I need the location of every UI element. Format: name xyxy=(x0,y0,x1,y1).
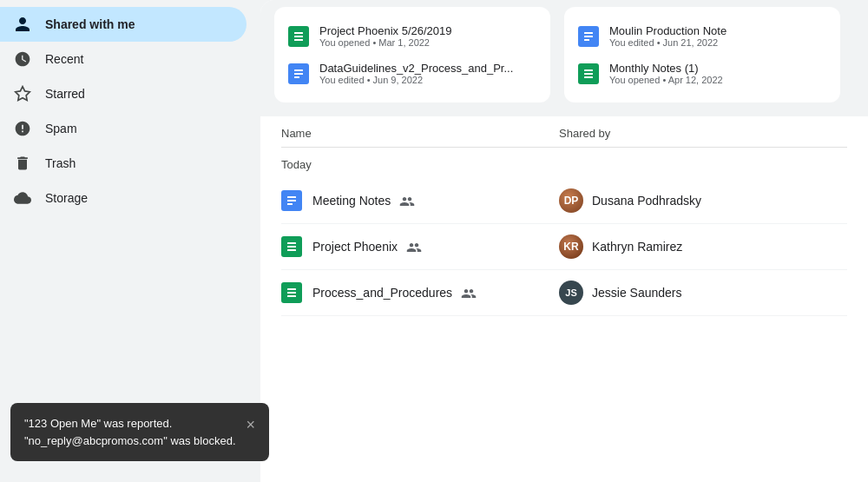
toast-line1: "123 Open Me" was reported. xyxy=(24,415,236,432)
shared-people-icon xyxy=(406,240,422,254)
sidebar-item-trash[interactable]: Trash xyxy=(0,146,247,181)
sheet-icon xyxy=(578,63,599,84)
file-row-name: Process_and_Procedures xyxy=(312,286,477,300)
doc-icon xyxy=(578,26,599,47)
doc-icon xyxy=(288,63,309,84)
file-card-info: Monthly Notes (1) You opened • Apr 12, 2… xyxy=(609,62,723,85)
file-row-name: Project Phoenix xyxy=(312,240,422,254)
sidebar-item-shared-with-me[interactable]: Shared with me xyxy=(0,7,247,42)
svg-rect-7 xyxy=(584,32,593,34)
svg-rect-14 xyxy=(287,200,296,201)
table-row[interactable]: Project Phoenix KR Kathryn Ramirez xyxy=(281,224,847,270)
file-card-info: DataGuidelines_v2_Process_and_Pr... You … xyxy=(319,62,513,85)
file-row-name: Meeting Notes xyxy=(312,194,415,208)
column-header-shared: Shared by xyxy=(559,127,847,140)
cloud-icon xyxy=(14,189,31,207)
avatar: JS xyxy=(559,281,583,305)
sidebar-item-recent[interactable]: Recent xyxy=(0,42,247,76)
sheet-icon xyxy=(281,236,302,257)
file-card-info: Project Phoenix 5/26/2019 You opened • M… xyxy=(319,24,452,48)
card-file-item[interactable]: Moulin Production Note You edited • Jun … xyxy=(578,17,826,55)
svg-rect-20 xyxy=(287,292,296,294)
toast-text: "123 Open Me" was reported. "no_reply@ab… xyxy=(24,415,236,449)
svg-rect-15 xyxy=(287,203,293,205)
avatar: KR xyxy=(559,234,583,259)
svg-rect-16 xyxy=(287,242,296,244)
sidebar-item-label-storage: Storage xyxy=(45,191,88,205)
table-header: Name Shared by xyxy=(281,116,847,148)
svg-rect-10 xyxy=(584,69,593,71)
svg-rect-11 xyxy=(584,73,593,75)
star-icon xyxy=(14,85,31,102)
cards-area: Project Phoenix 5/26/2019 You opened • M… xyxy=(260,0,868,116)
person-icon xyxy=(14,16,31,33)
doc-icon xyxy=(281,190,302,211)
table-row[interactable]: Meeting Notes DP Dusana Podhradsky xyxy=(281,178,847,224)
shared-by-name: Jessie Saunders xyxy=(592,286,682,300)
sidebar-item-starred[interactable]: Starred xyxy=(0,76,247,111)
row-shared-col: KR Kathryn Ramirez xyxy=(559,234,847,259)
sheet-icon xyxy=(281,282,302,303)
row-name-col: Meeting Notes xyxy=(281,190,559,211)
toast-notification: "123 Open Me" was reported. "no_reply@ab… xyxy=(10,403,269,461)
file-meta: You edited • Jun 9, 2022 xyxy=(319,75,513,85)
svg-rect-5 xyxy=(294,73,303,75)
svg-rect-19 xyxy=(287,288,296,290)
svg-rect-9 xyxy=(584,39,589,41)
svg-rect-8 xyxy=(584,36,593,37)
file-card-1: Project Phoenix 5/26/2019 You opened • M… xyxy=(274,7,550,102)
main-content: Project Phoenix 5/26/2019 You opened • M… xyxy=(260,0,868,482)
card-file-item[interactable]: Project Phoenix 5/26/2019 You opened • M… xyxy=(288,17,536,55)
svg-rect-17 xyxy=(287,246,296,248)
sidebar-item-label-recent: Recent xyxy=(45,52,83,66)
row-name-col: Process_and_Procedures xyxy=(281,282,559,303)
file-meta: You opened • Apr 12, 2022 xyxy=(609,75,723,85)
file-name: Project Phoenix 5/26/2019 xyxy=(319,24,452,37)
sheet-icon xyxy=(288,26,309,47)
sidebar-item-label-spam: Spam xyxy=(45,122,77,135)
svg-rect-1 xyxy=(294,32,303,34)
sidebar-item-label-starred: Starred xyxy=(45,87,85,101)
clock-icon xyxy=(14,50,31,68)
svg-rect-18 xyxy=(287,249,296,251)
table-row[interactable]: Process_and_Procedures JS Jessie Saunder… xyxy=(281,270,847,316)
file-name: DataGuidelines_v2_Process_and_Pr... xyxy=(319,62,513,75)
column-header-name: Name xyxy=(281,127,559,140)
sidebar-item-label-trash: Trash xyxy=(45,156,76,170)
avatar: DP xyxy=(559,188,583,213)
file-card-info: Moulin Production Note You edited • Jun … xyxy=(609,24,727,48)
file-meta: You edited • Jun 21, 2022 xyxy=(609,37,727,48)
shared-by-name: Dusana Podhradsky xyxy=(592,194,701,208)
table-area: Name Shared by Today Meeting Notes DP Du… xyxy=(260,116,868,482)
svg-marker-0 xyxy=(16,87,30,101)
sidebar-item-storage[interactable]: Storage xyxy=(0,181,247,215)
section-today-label: Today xyxy=(281,148,847,178)
shared-people-icon xyxy=(399,194,415,208)
card-file-item[interactable]: DataGuidelines_v2_Process_and_Pr... You … xyxy=(288,55,536,92)
svg-rect-2 xyxy=(294,36,303,37)
warning-icon xyxy=(14,120,31,137)
file-name: Moulin Production Note xyxy=(609,24,727,37)
shared-people-icon xyxy=(461,286,477,300)
trash-icon xyxy=(14,155,31,172)
svg-rect-4 xyxy=(294,69,303,71)
svg-rect-6 xyxy=(294,76,299,78)
file-meta: You opened • Mar 1, 2022 xyxy=(319,37,452,48)
file-name: Monthly Notes (1) xyxy=(609,62,723,75)
card-file-item[interactable]: Monthly Notes (1) You opened • Apr 12, 2… xyxy=(578,55,826,92)
svg-rect-13 xyxy=(287,196,296,198)
row-name-col: Project Phoenix xyxy=(281,236,559,257)
toast-line2: "no_reply@abcpromos.com" was blocked. xyxy=(24,432,236,450)
row-shared-col: DP Dusana Podhradsky xyxy=(559,188,847,213)
row-shared-col: JS Jessie Saunders xyxy=(559,281,847,305)
svg-rect-3 xyxy=(294,39,303,41)
sidebar-item-spam[interactable]: Spam xyxy=(0,111,247,146)
svg-rect-12 xyxy=(584,76,593,78)
toast-close-button[interactable]: × xyxy=(247,413,256,437)
shared-by-name: Kathryn Ramirez xyxy=(592,240,682,254)
svg-rect-21 xyxy=(287,295,296,297)
file-card-2: Moulin Production Note You edited • Jun … xyxy=(564,7,840,102)
sidebar-item-label-shared-with-me: Shared with me xyxy=(45,17,135,31)
